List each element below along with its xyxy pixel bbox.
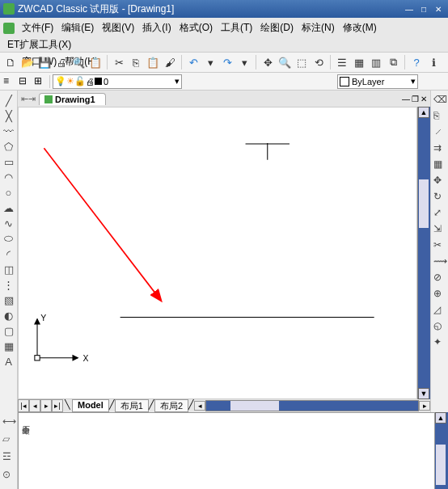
layermgr-icon[interactable]: ≡	[3, 75, 16, 88]
scroll-up-icon[interactable]: ▲	[418, 107, 429, 118]
array-icon[interactable]: ▦	[433, 158, 446, 171]
layout-prev-icon[interactable]: ◂	[29, 399, 40, 412]
save-icon[interactable]: 💾	[37, 55, 52, 70]
layerstate-icon[interactable]: ⊞	[34, 75, 47, 88]
scroll-right-icon[interactable]: ▸	[419, 401, 430, 411]
explode-icon[interactable]: ✦	[433, 336, 446, 349]
properties-icon[interactable]: ☰	[335, 55, 349, 70]
toolpalette-icon[interactable]: ▥	[369, 55, 383, 70]
region-icon[interactable]: ▢	[2, 324, 15, 337]
gradient-icon[interactable]: ◐	[2, 309, 15, 322]
print-icon[interactable]: 🖨	[54, 55, 69, 70]
menu-dimension[interactable]: 标注(N)	[298, 19, 339, 36]
menu-modify[interactable]: 修改(M)	[339, 19, 381, 36]
scale-icon[interactable]: ⤢	[433, 207, 446, 220]
tab-nav-icon[interactable]: ⇤⇥	[21, 94, 36, 104]
table-icon[interactable]: ▦	[2, 339, 15, 352]
cmd-vscroll[interactable]: ▲ ▼	[435, 412, 448, 489]
zoomwin-icon[interactable]: ⬚	[294, 55, 309, 70]
help-icon[interactable]: ?	[409, 55, 424, 70]
id-icon[interactable]: ⊙	[2, 469, 15, 482]
horizontal-scrollbar[interactable]: ◂ ▸	[194, 399, 430, 412]
designcenter-icon[interactable]: ▦	[352, 55, 366, 70]
circle-icon[interactable]: ○	[2, 186, 15, 199]
text-icon[interactable]: A	[2, 355, 15, 368]
command-history[interactable]: 命令历史	[18, 412, 435, 489]
undo-drop-icon[interactable]: ▾	[203, 55, 218, 70]
doc-min-button[interactable]: —	[402, 95, 410, 103]
cmd-scroll-up-icon[interactable]: ▲	[435, 412, 446, 424]
cmd-scroll-thumb[interactable]	[436, 445, 446, 485]
match-icon[interactable]: 🖌	[163, 55, 177, 70]
fillet-icon[interactable]: ◵	[433, 320, 446, 333]
scroll-down-icon[interactable]: ▼	[418, 388, 429, 399]
block-icon[interactable]: ◫	[2, 263, 15, 276]
move-icon[interactable]: ✥	[433, 175, 446, 188]
menu-view[interactable]: 视图(V)	[98, 19, 138, 36]
stretch-icon[interactable]: ⇲	[433, 223, 446, 236]
revcloud-icon[interactable]: ☁	[2, 201, 15, 214]
offset-icon[interactable]: ⇉	[433, 142, 446, 155]
copy-icon[interactable]: ⎘	[433, 110, 446, 123]
menu-file[interactable]: 文件(F)	[18, 19, 57, 36]
xline-icon[interactable]: ╳	[2, 109, 15, 122]
line-icon[interactable]: ╱	[2, 94, 15, 107]
menu-format[interactable]: 格式(O)	[175, 19, 217, 36]
arc-icon[interactable]: ◠	[2, 171, 15, 183]
maximize-button[interactable]: □	[417, 3, 430, 15]
layout-tab-2[interactable]: 布局2	[154, 399, 188, 412]
drawing-canvas[interactable]: X Y	[18, 107, 417, 399]
layout-next-icon[interactable]: ▸	[40, 399, 52, 412]
scroll-left-icon[interactable]: ◂	[194, 401, 205, 411]
zoomrt-icon[interactable]: 🔍	[277, 55, 292, 70]
menu-draw[interactable]: 绘图(D)	[256, 19, 298, 36]
layout-tab-1[interactable]: 布局1	[115, 399, 149, 412]
break-icon[interactable]: ⊘	[433, 272, 446, 285]
hatch-icon[interactable]: ▧	[2, 293, 15, 306]
menu-et[interactable]: ET扩展工具(X)	[3, 36, 75, 53]
vertical-scrollbar[interactable]: ▲ ▼	[417, 107, 430, 399]
extend-icon[interactable]: ⟿	[433, 255, 446, 268]
info-icon[interactable]: ℹ	[426, 55, 441, 70]
color-combo[interactable]: ByLayer ▾	[337, 74, 418, 89]
erase-icon[interactable]: ⌫	[433, 94, 446, 107]
chamfer-icon[interactable]: ◿	[433, 304, 446, 317]
scroll-thumb[interactable]	[419, 179, 429, 228]
open-icon[interactable]: 📂	[20, 55, 35, 70]
menu-edit[interactable]: 编辑(E)	[57, 19, 98, 36]
layout-tab-model[interactable]: Model	[72, 399, 109, 412]
layout-last-icon[interactable]: ▸|	[52, 399, 63, 412]
mirror-icon[interactable]: ⟋	[433, 126, 446, 139]
list-icon[interactable]: ☲	[2, 451, 15, 464]
layer-combo[interactable]: 💡☀🔓🖨 0 ▾	[53, 74, 182, 89]
menu-insert[interactable]: 插入(I)	[138, 19, 175, 36]
paste-icon[interactable]: 📋	[146, 55, 160, 70]
polygon-icon[interactable]: ⬠	[2, 140, 15, 153]
publish-icon[interactable]: 📋	[88, 55, 103, 70]
trim-icon[interactable]: ✂	[433, 239, 446, 252]
layout-first-icon[interactable]: |◂	[18, 399, 29, 412]
undo-icon[interactable]: ↶	[186, 55, 201, 70]
ellipse-icon[interactable]: ⬭	[2, 232, 15, 245]
minimize-button[interactable]: —	[403, 3, 416, 15]
join-icon[interactable]: ⊕	[433, 288, 446, 301]
doc-max-button[interactable]: ❐	[412, 95, 419, 103]
document-tab[interactable]: Drawing1	[39, 93, 106, 105]
cut-icon[interactable]: ✂	[112, 55, 126, 70]
area-icon[interactable]: ▱	[2, 433, 15, 446]
close-button[interactable]: ✕	[432, 3, 445, 15]
spline-icon[interactable]: ∿	[2, 217, 15, 230]
pline-icon[interactable]: 〰	[2, 124, 15, 137]
calc-icon[interactable]: ⧉	[386, 55, 400, 70]
doc-close-button[interactable]: ✕	[421, 95, 427, 103]
hscroll-thumb[interactable]	[230, 401, 279, 411]
redo-icon[interactable]: ↷	[220, 55, 235, 70]
point-icon[interactable]: ⋮	[2, 278, 15, 291]
zoomprev-icon[interactable]: ⟲	[311, 55, 326, 70]
menu-tools[interactable]: 工具(T)	[217, 19, 256, 36]
pan-icon[interactable]: ✥	[260, 55, 275, 70]
distance-icon[interactable]: ⟷	[2, 415, 15, 428]
rectangle-icon[interactable]: ▭	[2, 155, 15, 168]
layerprev-icon[interactable]: ⊟	[19, 75, 32, 88]
rotate-icon[interactable]: ↻	[433, 191, 446, 204]
